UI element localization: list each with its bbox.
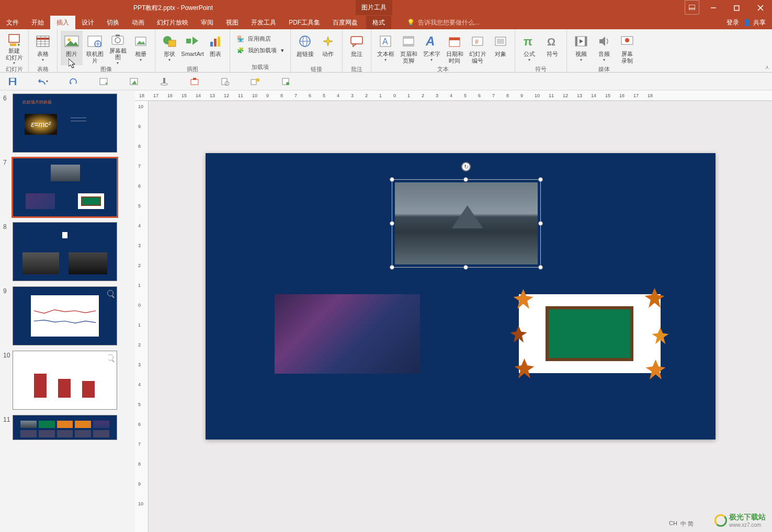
audio-button[interactable]: 音频▾ [593,31,615,65]
action-button[interactable]: 动作 [317,31,339,65]
picture-icon [63,33,80,50]
header-footer-button[interactable]: 页眉和页脚 [398,31,419,65]
group-symbols: π 公式▾ Ω 符号 符号 [515,29,567,72]
group-label-illustrations: 插图 [158,65,226,74]
svg-text:Ω: Ω [547,36,555,48]
thumbnail-7[interactable]: 7 [3,158,133,217]
resize-handle-bl[interactable] [390,265,394,270]
horizontal-ruler[interactable]: 1817161514131211109876543210123456789101… [135,90,772,101]
video-button[interactable]: 视频▾ [570,31,592,65]
resize-handle-tm[interactable] [463,177,468,182]
tab-file[interactable]: 文件 [0,16,25,29]
group-label-links: 链接 [294,65,339,74]
equation-button[interactable]: π 公式▾ [518,31,540,65]
lightbulb-icon: 💡 [407,19,415,26]
group-label-media: 媒体 [570,65,638,74]
hyperlink-button[interactable]: 超链接 [294,31,316,65]
slide-canvas[interactable] [149,101,772,532]
undo-button[interactable]: ▾ [38,76,48,87]
ribbon: ✦ 新建 幻灯片▾ 幻灯片 表格▾ 表格 图片 联机图片 [0,29,772,73]
resize-handle-mr[interactable] [538,221,543,226]
editor-area: 1817161514131211109876543210123456789101… [135,90,772,532]
tab-pdf[interactable]: PDF工具集 [282,16,326,29]
svg-rect-38 [351,37,362,44]
resize-handle-ml[interactable] [390,221,394,226]
new-slide-button[interactable]: ✦ 新建 幻灯片▾ [3,31,25,65]
online-pictures-button[interactable]: 联机图片 [84,31,106,65]
tab-developer[interactable]: 开发工具 [245,16,282,29]
maximize-button[interactable] [725,0,748,16]
svg-text:A: A [382,37,388,46]
slide-7[interactable] [206,153,716,440]
vertical-ruler[interactable]: 10987654321012345678910 [135,101,149,532]
thumbnail-11[interactable]: 11 [3,415,133,440]
minimize-button[interactable] [701,0,725,16]
tab-slideshow[interactable]: 幻灯片放映 [151,16,195,29]
redo-button[interactable] [68,76,78,87]
table-button[interactable]: 表格▾ [32,31,54,65]
resize-handle-br[interactable] [538,265,543,270]
qat-btn-4[interactable] [98,76,109,87]
resize-handle-tr[interactable] [538,177,543,182]
rotate-handle[interactable] [461,162,471,171]
picture-button[interactable]: 图片 [61,31,83,65]
chart-button[interactable]: 图表 [205,31,226,65]
slide-number-icon: # [469,33,486,50]
store-button[interactable]: 🏪应用商店 [233,33,287,44]
qat-btn-8[interactable] [220,76,230,87]
watermark-logo-icon [714,514,727,527]
tab-transitions[interactable]: 切换 [100,16,126,29]
smartart-button[interactable]: SmartArt [181,31,203,65]
screen-recording-button[interactable]: 屏幕 录制 [616,31,638,65]
tab-view[interactable]: 视图 [220,16,245,29]
selected-image-mountain[interactable] [395,182,538,264]
screenshot-button[interactable]: 屏幕截图▾ [107,31,129,65]
tab-review[interactable]: 审阅 [195,16,220,29]
city-image[interactable] [275,294,420,374]
wordart-button[interactable]: A 艺术字▾ [421,31,442,65]
close-button[interactable] [748,0,772,16]
chalkboard-image[interactable] [519,294,661,373]
svg-rect-56 [585,37,587,46]
qat-btn-10[interactable] [280,76,291,87]
thumbnail-10[interactable]: 10 [3,351,133,410]
ribbon-display-options-icon[interactable] [685,0,699,15]
tab-format[interactable]: 格式 [366,16,391,29]
signin-button[interactable]: 登录 [726,18,739,27]
object-button[interactable]: 对象 [490,31,512,65]
textbox-button[interactable]: A 文本框▾ [374,31,396,65]
my-addins-button[interactable]: 🧩我的加载项▾ [233,44,287,56]
tab-design[interactable]: 设计 [75,16,100,29]
comment-button[interactable]: 批注 [346,31,368,65]
group-text: A 文本框▾ 页眉和页脚 A 艺术字▾ 日期和时间 # 幻灯片 编号 对象 [371,29,515,72]
selection-border [392,179,541,268]
qat-btn-6[interactable] [159,76,169,87]
tab-animations[interactable]: 动画 [126,16,151,29]
datetime-button[interactable]: 日期和时间 [444,31,466,65]
tell-me-box[interactable]: 💡 告诉我您想要做什么... [407,18,480,27]
thumbnail-6[interactable]: 6 此处填片的标题 ε=mc² ———————————— [3,94,133,153]
thumbnail-8[interactable]: 8 [3,222,133,281]
symbol-button[interactable]: Ω 符号 [541,31,563,65]
qat-btn-9[interactable] [250,76,260,87]
tab-home[interactable]: 开始 [25,16,50,29]
slide-number-button[interactable]: # 幻灯片 编号 [467,31,489,65]
resize-handle-tl[interactable] [390,177,394,182]
chart-icon [207,33,224,50]
collapse-ribbon-button[interactable]: ⋏ [765,64,769,70]
qat-btn-5[interactable] [129,76,139,87]
ime-indicator[interactable]: CH 中 简 [669,520,694,528]
thumbnail-9[interactable]: 9 [3,286,133,345]
tab-baidu[interactable]: 百度网盘 [326,16,364,29]
slide-thumbnails-panel[interactable]: 6 此处填片的标题 ε=mc² ———————————— 7 8 9 [0,90,135,532]
group-label-images: 图像 [61,65,152,74]
shapes-button[interactable]: 形状▾ [158,31,180,65]
resize-handle-bm[interactable] [463,265,468,270]
save-button[interactable] [7,76,18,87]
tab-insert[interactable]: 插入 [50,16,75,29]
photo-album-button[interactable]: 相册▾ [130,31,152,65]
share-button[interactable]: 👤共享 [743,18,766,27]
window-controls [685,0,772,16]
watermark: 极光下载站 www.xz7.com [714,513,766,528]
qat-btn-7[interactable] [189,76,200,87]
